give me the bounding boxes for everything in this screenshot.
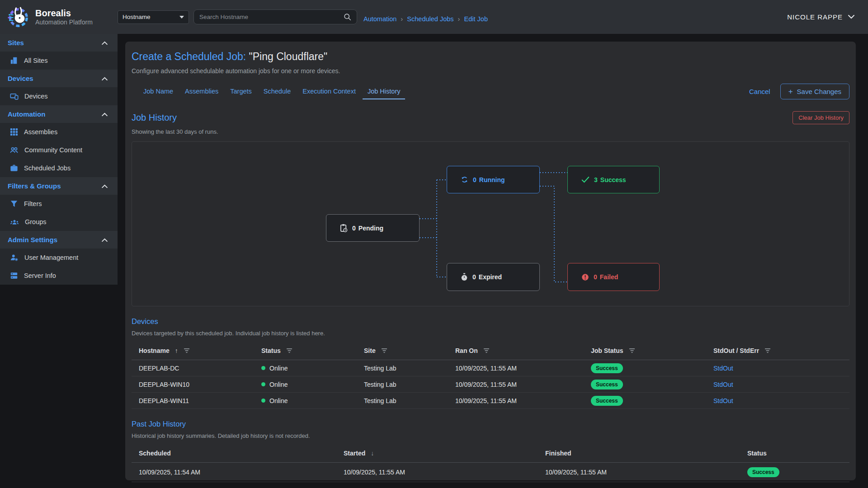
success-count: 3 — [594, 176, 598, 183]
col-site[interactable]: Site — [364, 347, 455, 354]
sidebar-section-admin-settings[interactable]: Admin Settings — [0, 231, 118, 249]
tab-schedule[interactable]: Schedule — [258, 84, 297, 99]
stdout-link[interactable]: StdOut — [713, 365, 733, 372]
col-job-status[interactable]: Job Status — [591, 347, 713, 354]
breadcrumb-scheduled-jobs[interactable]: Scheduled Jobs — [407, 15, 453, 23]
flow-node-pending[interactable]: 0 Pending — [326, 214, 420, 242]
tab-execution-context[interactable]: Execution Context — [297, 84, 362, 99]
tab-job-history[interactable]: Job History — [362, 84, 406, 99]
sidebar-item-devices[interactable]: Devices — [0, 87, 118, 105]
chevron-up-icon — [102, 238, 108, 242]
col-hostname[interactable]: Hostname ↑ — [139, 347, 261, 354]
success-label: Success — [600, 176, 626, 183]
stdout-link[interactable]: StdOut — [713, 381, 733, 388]
save-changes-button[interactable]: + Save Changes — [780, 84, 849, 99]
caret-down-icon — [179, 16, 184, 19]
devices-heading: Devices — [132, 317, 849, 326]
sidebar-item-filters[interactable]: Filters — [0, 195, 118, 213]
job-history-subtitle: Showing the last 30 days of runs. — [132, 128, 849, 135]
section-label: Admin Settings — [8, 236, 57, 244]
search-icon[interactable] — [344, 13, 351, 21]
clear-job-history-button[interactable]: Clear Job History — [793, 111, 849, 124]
device-site: Testing Lab — [364, 397, 455, 404]
breadcrumb-edit-job[interactable]: Edit Job — [464, 15, 488, 23]
flow-node-running[interactable]: 0 Running — [447, 166, 540, 193]
past-table-header: Scheduled Started ↓ Finished Status — [132, 444, 849, 463]
sidebar-item-assemblies[interactable]: Assemblies — [0, 123, 118, 141]
device-site: Testing Lab — [364, 365, 455, 372]
stdout-link[interactable]: StdOut — [713, 397, 733, 404]
filter-icon[interactable] — [184, 348, 190, 353]
brand[interactable]: Borealis Automation Platform — [0, 5, 118, 30]
col-stdout[interactable]: StdOut / StdErr — [713, 347, 842, 354]
tab-job-name[interactable]: Job Name — [137, 84, 179, 99]
sync-icon — [461, 176, 468, 183]
chevron-up-icon — [102, 77, 108, 80]
grid-icon — [10, 128, 18, 136]
device-status: Online — [261, 381, 364, 388]
job-history-heading: Job History — [132, 113, 177, 123]
col-started[interactable]: Started ↓ — [344, 450, 545, 457]
community-icon — [10, 146, 19, 154]
past-scheduled: 10/09/2025, 11:54 AM — [139, 469, 344, 476]
device-job-status: Success — [591, 380, 713, 389]
user-menu[interactable]: NICOLE RAPPE — [787, 13, 854, 21]
col-past-status[interactable]: Status — [747, 450, 842, 457]
col-finished[interactable]: Finished — [545, 450, 747, 457]
filter-icon[interactable] — [629, 348, 635, 353]
filter-icon[interactable] — [286, 348, 292, 353]
sidebar-item-user-management[interactable]: User Management — [0, 249, 118, 267]
devices-subtitle: Devices targeted by this scheduled job. … — [132, 330, 849, 337]
page-subtitle: Configure advanced schedulable automatio… — [132, 67, 849, 75]
user-name: NICOLE RAPPE — [787, 13, 843, 21]
past-job-history-heading: Past Job History — [132, 420, 849, 428]
sidebar-item-label: Filters — [24, 200, 42, 207]
breadcrumb-separator: › — [401, 15, 403, 23]
sidebar-item-all-sites[interactable]: All Sites — [0, 52, 118, 70]
sidebar-item-community-content[interactable]: Community Content — [0, 141, 118, 159]
col-ran-on[interactable]: Ran On — [455, 347, 591, 354]
hostname-select[interactable]: Hostname — [118, 10, 189, 24]
sidebar-item-groups[interactable]: Groups — [0, 213, 118, 231]
search-input[interactable] — [199, 14, 344, 20]
device-ran-on: 10/09/2025, 11:55 AM — [455, 365, 591, 372]
sidebar-item-server-info[interactable]: Server Info — [0, 267, 118, 285]
device-status: Online — [261, 365, 364, 372]
filter-icon[interactable] — [764, 348, 771, 353]
online-dot-icon — [261, 366, 265, 370]
sidebar-item-scheduled-jobs[interactable]: Scheduled Jobs — [0, 159, 118, 177]
plus-icon: + — [788, 88, 793, 95]
sidebar-section-devices[interactable]: Devices — [0, 70, 118, 87]
sidebar-section-automation[interactable]: Automation — [0, 105, 118, 123]
edit-job-card: Create a Scheduled Job: "Ping Cloudflare… — [125, 42, 856, 480]
past-started: 10/09/2025, 11:55 AM — [344, 469, 545, 476]
flow-node-expired[interactable]: 0 Expired — [447, 263, 540, 291]
page-title: Create a Scheduled Job: "Ping Cloudflare… — [132, 51, 849, 63]
filter-icon[interactable] — [483, 348, 490, 353]
sort-desc-icon: ↓ — [371, 450, 374, 457]
sidebar-item-label: Scheduled Jobs — [24, 164, 71, 172]
col-scheduled[interactable]: Scheduled — [139, 450, 344, 457]
sidebar-item-label: All Sites — [24, 57, 47, 64]
online-dot-icon — [261, 382, 265, 386]
top-bar: Borealis Automation Platform Hostname Au… — [0, 0, 868, 34]
sidebar-section-filters-groups[interactable]: Filters & Groups — [0, 177, 118, 195]
device-row: DEEPLAB-DC Online Testing Lab 10/09/2025… — [132, 360, 849, 376]
filter-icon[interactable] — [381, 348, 387, 353]
cancel-button[interactable]: Cancel — [749, 88, 770, 95]
device-hostname: DEEPLAB-WIN10 — [139, 381, 261, 388]
status-badge: Success — [591, 363, 623, 373]
flow-node-success[interactable]: 3 Success — [567, 166, 660, 193]
tab-targets[interactable]: Targets — [224, 84, 258, 99]
search-box[interactable] — [193, 9, 357, 24]
sidebar: Sites All Sites Devices Devices Automati… — [0, 34, 118, 488]
running-label: Running — [479, 176, 505, 183]
chevron-up-icon — [102, 184, 108, 188]
sidebar-section-sites[interactable]: Sites — [0, 34, 118, 52]
tab-assemblies[interactable]: Assemblies — [179, 84, 224, 99]
status-badge: Success — [591, 396, 623, 406]
error-icon — [581, 273, 589, 281]
breadcrumb-automation[interactable]: Automation — [363, 15, 396, 23]
flow-node-failed[interactable]: 0 Failed — [567, 263, 660, 291]
col-status[interactable]: Status — [261, 347, 364, 354]
